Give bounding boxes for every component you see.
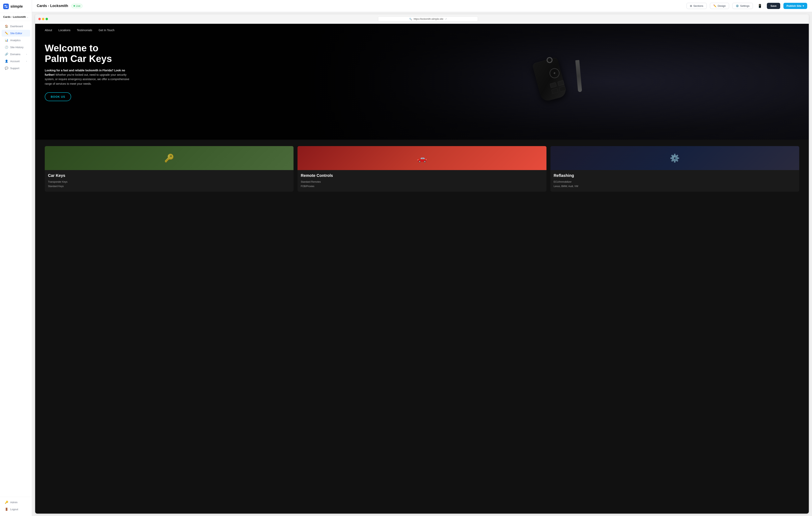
siimple-icon [3,4,9,9]
sidebar-item-site-editor[interactable]: ✏️ Site Editor [2,30,30,36]
sidebar-item-label: Analytics [10,39,21,42]
reflashing-items: ECU/Immobilizer Lexus, BMW, Audi, VW [554,180,796,189]
remote-controls-image [297,146,546,170]
hero-section: ✦ About Locati [35,24,809,140]
nav-link-about[interactable]: About [45,29,52,32]
save-button[interactable]: Save [767,3,780,9]
traffic-light-green [46,18,48,20]
svg-rect-2 [5,7,6,8]
admin-icon: 🔑 [5,500,8,504]
sidebar-item-label: Support [10,67,19,70]
hero-title: Welcome to Palm Car Keys [45,43,129,64]
nav-link-locations[interactable]: Locations [59,29,70,32]
reflashing-title: Reflashing [554,173,796,178]
design-button[interactable]: ✏️ Design [710,3,729,9]
sidebar-item-label: Admin [10,501,18,504]
url-text: https://locksmith.siimple.site [414,18,443,20]
account-icon: 👤 [5,60,8,63]
card-reflashing: Reflashing ECU/Immobilizer Lexus, BMW, A… [550,146,799,192]
car-keys-items: Transponder Keys Standard Keys [48,180,290,189]
remote-controls-body: Remote Controls Standard Remotes FOB/Pro… [297,170,546,192]
car-keys-image [45,146,293,170]
traffic-light-yellow [42,18,45,20]
site-editor-icon: ✏️ [5,32,8,35]
sidebar-item-logout[interactable]: 🚪 Logout [2,506,30,513]
logo-area: siimple [0,0,32,13]
sidebar-item-label: Logout [10,508,18,511]
external-link-icon: ↗ [445,18,447,20]
svg-rect-1 [6,5,7,6]
publish-chevron-icon: ▾ [803,4,804,7]
logout-icon: 🚪 [5,508,8,511]
remote-controls-items: Standard Remotes FOB/Proxies [301,180,543,189]
account-chevron: › [26,60,27,62]
sidebar-item-site-history[interactable]: 🕐 Site History [2,44,30,51]
analytics-icon: 📊 [5,38,8,42]
live-indicator-dot [74,5,75,7]
live-badge: Live [71,4,83,8]
nav-link-get-in-touch[interactable]: Get In Touch [99,29,115,32]
sidebar-item-support[interactable]: 💬 Support [2,65,30,71]
svg-rect-3 [6,7,7,8]
car-keys-title: Car Keys [48,173,290,178]
cards-section: Car Keys Transponder Keys Standard Keys … [35,140,809,198]
design-icon: ✏️ [713,4,717,7]
site-history-icon: 🕐 [5,46,8,49]
page-title: Cards - Locksmith [37,4,68,8]
header: Cards - Locksmith Live ⊞ Sections ✏️ Des… [32,0,812,12]
reflashing-body: Reflashing ECU/Immobilizer Lexus, BMW, A… [550,170,799,192]
cards-grid: Car Keys Transponder Keys Standard Keys … [45,146,799,192]
sidebar-item-label: Account [10,60,20,63]
search-icon: 🔍 [409,18,412,20]
card-remote-controls: Remote Controls Standard Remotes FOB/Pro… [297,146,546,192]
dashboard-icon: 🏠 [5,25,8,28]
remote-controls-title: Remote Controls [301,173,543,178]
hero-overlay [35,24,809,140]
logo-text: siimple [10,4,23,8]
hero-description: Looking for a fast and reliable locksmit… [45,68,129,86]
sidebar-item-admin[interactable]: 🔑 Admin [2,499,30,506]
live-badge-text: Live [76,5,80,7]
sidebar-item-analytics[interactable]: 📊 Analytics [2,37,30,44]
sidebar-nav: 🏠 Dashboard ✏️ Site Editor 📊 Analytics 🕐… [0,21,32,497]
sidebar-item-account[interactable]: 👤 Account › [2,58,30,64]
svg-rect-0 [5,5,6,6]
site-navigation: About Locations Testimonials Get In Touc… [35,24,809,36]
sidebar-item-label: Site Editor [10,32,22,35]
sidebar-item-label: Site History [10,46,23,49]
site-selector[interactable]: Cards - Locksmith ⌄ [0,13,32,21]
site-selector-name: Cards - Locksmith [3,16,26,19]
sidebar-item-domains[interactable]: 🔗 Domains › [2,51,30,58]
hero-content: Welcome to Palm Car Keys Looking for a f… [35,36,139,114]
sidebar-item-label: Dashboard [10,25,23,28]
sidebar-item-dashboard[interactable]: 🏠 Dashboard [2,23,30,30]
traffic-light-red [38,18,41,20]
sidebar: siimple Cards - Locksmith ⌄ 🏠 Dashboard … [0,0,32,516]
settings-icon: ⚙️ [736,4,739,7]
book-us-button[interactable]: BOOK US [45,92,71,101]
support-icon: 💬 [5,66,8,70]
reflashing-image [550,146,799,170]
sidebar-bottom: 🔑 Admin 🚪 Logout [0,497,32,516]
address-bar[interactable]: 🔍 https://locksmith.siimple.site ↗ [378,17,478,22]
card-car-keys: Car Keys Transponder Keys Standard Keys [45,146,293,192]
browser-area: 🔍 https://locksmith.siimple.site ↗ [32,12,812,516]
mobile-preview-icon[interactable]: 📱 [756,3,764,9]
traffic-lights [38,18,48,20]
sections-button[interactable]: ⊞ Sections [687,3,707,9]
settings-button[interactable]: ⚙️ Settings [732,3,753,9]
website-content: ✦ About Locati [35,24,809,514]
car-keys-body: Car Keys Transponder Keys Standard Keys [45,170,293,192]
publish-site-button[interactable]: Publish Site ▾ [783,3,807,9]
main-area: Cards - Locksmith Live ⊞ Sections ✏️ Des… [32,0,812,516]
domains-icon: 🔗 [5,53,8,56]
browser-toolbar: 🔍 https://locksmith.siimple.site ↗ [35,15,809,24]
sections-icon: ⊞ [690,4,692,7]
domains-chevron: › [26,53,27,55]
nav-link-testimonials[interactable]: Testimonials [77,29,92,32]
site-selector-chevron: ⌄ [27,16,29,19]
sidebar-item-label: Domains [10,53,20,56]
browser-frame: 🔍 https://locksmith.siimple.site ↗ [35,15,809,514]
